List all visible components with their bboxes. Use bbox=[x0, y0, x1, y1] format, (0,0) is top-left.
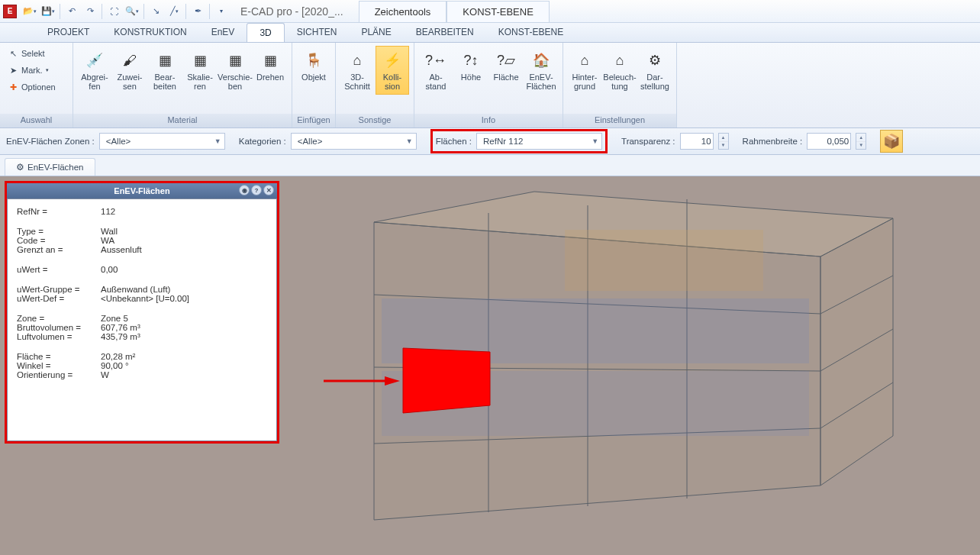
window-title: E-CAD pro - [2020_... bbox=[240, 5, 343, 18]
selekt-button[interactable]: ↖Selekt bbox=[5, 46, 48, 61]
app-icon[interactable]: E bbox=[3, 5, 17, 18]
menu-plaene[interactable]: PLÄNE bbox=[349, 23, 403, 42]
property-row: Luftvolumen =435,79 m³ bbox=[17, 332, 267, 341]
abgreifen-button[interactable]: 💉Abgrei-fen bbox=[78, 46, 111, 95]
chevron-down-icon: ▼ bbox=[856, 142, 866, 150]
titlebar: E 📂▾ 💾▾ ↶ ↷ ⛶ 🔍▾ ↘ ╱▾ ✒ ▾ E-CAD pro - [2… bbox=[0, 0, 980, 23]
ribbon-group-material: 💉Abgrei-fen 🖌Zuwei-sen ▦Bear-beiten ▦Ska… bbox=[73, 43, 292, 127]
fullscreen-button[interactable]: ⛶ bbox=[105, 3, 122, 20]
ribbon-group-einfuegen: 🪑Objekt Einfügen bbox=[292, 43, 336, 127]
objekt-button[interactable]: 🪑Objekt bbox=[297, 46, 330, 86]
zuweisen-button[interactable]: 🖌Zuwei-sen bbox=[113, 46, 147, 95]
kollision-button[interactable]: ⚡Kolli-sion bbox=[376, 46, 409, 95]
beleuchtung-button[interactable]: ⌂Beleuch-tung bbox=[603, 46, 637, 95]
3d-viewport[interactable]: EnEV-Flächen ◉ ? ✕ RefNr =112Type =WallC… bbox=[0, 176, 980, 555]
property-row: Orientierung =W bbox=[17, 370, 267, 379]
property-row: uWert =0,00 bbox=[17, 265, 267, 274]
group-title-sonstige: Sonstige bbox=[336, 114, 414, 127]
mark-button[interactable]: ➤Mark.▾ bbox=[5, 63, 52, 78]
property-key: uWert-Gruppe = bbox=[17, 285, 101, 294]
svg-rect-14 bbox=[565, 230, 763, 291]
open-button[interactable]: 📂▾ bbox=[21, 3, 38, 20]
document-tab-enev[interactable]: ⚙ EnEV-Flächen bbox=[5, 158, 95, 176]
zone-dropdown[interactable]: <Alle>▼ bbox=[99, 133, 225, 150]
save-button[interactable]: 💾▾ bbox=[40, 3, 56, 20]
panel-header[interactable]: EnEV-Flächen ◉ ? ✕ bbox=[7, 183, 277, 198]
property-value: Außenwand (Luft) bbox=[101, 285, 267, 294]
panel-help-icon[interactable]: ? bbox=[251, 185, 262, 195]
context-tab-konst-ebene[interactable]: KONST-EBENE bbox=[446, 1, 549, 22]
panel-close-icon[interactable]: ✕ bbox=[263, 185, 274, 195]
disk-icon: 💾 bbox=[41, 6, 52, 16]
transparenz-spinner[interactable]: ▲▼ bbox=[718, 133, 729, 150]
menu-sichten[interactable]: SICHTEN bbox=[285, 23, 350, 42]
kategorien-label: Kategorien : bbox=[239, 137, 286, 146]
cube-icon: 📦 bbox=[883, 133, 900, 150]
group-title-auswahl: Auswahl bbox=[0, 114, 73, 127]
drehen-button[interactable]: ▦Drehen bbox=[253, 46, 287, 86]
paintbucket-icon: 🖌 bbox=[119, 50, 140, 71]
chevron-up-icon: ▲ bbox=[719, 134, 728, 142]
redo-button[interactable]: ↷ bbox=[82, 3, 98, 20]
menu-konst-ebene[interactable]: KONST-EBENE bbox=[486, 23, 575, 42]
menu-bearbeiten[interactable]: BEARBEITEN bbox=[404, 23, 486, 42]
abstand-button[interactable]: ?↔Ab-stand bbox=[419, 46, 453, 95]
connector-button[interactable]: ↘ bbox=[147, 3, 164, 20]
optionen-button[interactable]: ✚Optionen bbox=[5, 79, 59, 95]
folder-icon: 📂 bbox=[23, 6, 34, 16]
area-icon: ?▱ bbox=[495, 50, 517, 71]
qat-customize[interactable]: ▾ bbox=[213, 3, 230, 20]
property-row: uWert-Def =<Unbekannt> [U=0.00] bbox=[17, 294, 267, 303]
property-key: Winkel = bbox=[17, 361, 101, 370]
group-title-info: Info bbox=[414, 114, 563, 127]
flaechen-highlight: Flächen : RefNr 112▼ bbox=[430, 129, 608, 153]
menu-konstruktion[interactable]: KONSTRUKTION bbox=[102, 23, 198, 42]
menu-enev[interactable]: EnEV bbox=[199, 23, 247, 42]
skalieren-button[interactable]: ▦Skalie-ren bbox=[183, 46, 217, 95]
property-key: Zone = bbox=[17, 314, 101, 323]
property-row: Code =WA bbox=[17, 236, 267, 245]
verschieben-button[interactable]: ▦Verschie-ben bbox=[218, 46, 252, 95]
3d-cube-button[interactable]: 📦 bbox=[880, 130, 903, 153]
enev-icon: 🏠 bbox=[530, 50, 552, 71]
darstellung-button[interactable]: ⚙Dar-stellung bbox=[638, 46, 672, 95]
property-value: Zone 5 bbox=[101, 314, 267, 323]
ribbon-group-auswahl: ↖Selekt ➤Mark.▾ ✚Optionen Auswahl bbox=[0, 43, 73, 127]
tiles-move-icon: ▦ bbox=[224, 50, 246, 71]
pointer-icon: ➤ bbox=[8, 66, 18, 76]
redo-icon: ↷ bbox=[87, 6, 94, 16]
rahmenbreite-input[interactable]: 0,050 bbox=[807, 133, 851, 150]
line-button[interactable]: ╱▾ bbox=[166, 3, 182, 20]
menu-projekt[interactable]: PROJEKT bbox=[35, 23, 102, 42]
flaeche-button[interactable]: ?▱Fläche bbox=[489, 46, 523, 86]
collision-icon: ⚡ bbox=[382, 50, 403, 71]
undo-button[interactable]: ↶ bbox=[63, 3, 80, 20]
chevron-down-icon: ▼ bbox=[214, 137, 221, 145]
pipette-button[interactable]: ✒ bbox=[189, 3, 206, 20]
kategorien-dropdown[interactable]: <Alle>▼ bbox=[291, 133, 417, 150]
property-key: Fläche = bbox=[17, 352, 101, 361]
panel-body: RefNr =112Type =WallCode =WAGrenzt an =A… bbox=[7, 198, 277, 441]
property-value: 435,79 m³ bbox=[101, 332, 267, 341]
chevron-up-icon: ▲ bbox=[856, 134, 866, 142]
rahmenbreite-spinner[interactable]: ▲▼ bbox=[856, 133, 866, 150]
property-key: Grenzt an = bbox=[17, 245, 101, 254]
pipette-icon: 💉 bbox=[84, 50, 105, 71]
property-row: Bruttovolumen =607,76 m³ bbox=[17, 323, 267, 332]
hintergrund-button[interactable]: ⌂Hinter-grund bbox=[568, 46, 601, 95]
menu-3d[interactable]: 3D bbox=[247, 23, 284, 42]
transparenz-input[interactable]: 10 bbox=[680, 133, 714, 150]
hoehe-button[interactable]: ?↕Höhe bbox=[454, 46, 488, 86]
enev-flaechen-button[interactable]: 🏠EnEV-Flächen bbox=[524, 46, 558, 95]
magnifier-icon: 🔍 bbox=[125, 6, 136, 16]
context-tab-zeichentools[interactable]: Zeichentools bbox=[359, 1, 447, 22]
3dschnitt-button[interactable]: ⌂3D-Schnitt bbox=[340, 46, 374, 95]
flaechen-dropdown[interactable]: RefNr 112▼ bbox=[476, 133, 602, 150]
bearbeiten-button[interactable]: ▦Bear-beiten bbox=[148, 46, 182, 95]
property-key: Type = bbox=[17, 227, 101, 236]
zoom-button[interactable]: 🔍▾ bbox=[124, 3, 140, 20]
property-key: RefNr = bbox=[17, 207, 101, 216]
quick-access-toolbar: 📂▾ 💾▾ ↶ ↷ ⛶ 🔍▾ ↘ ╱▾ ✒ ▾ bbox=[21, 3, 230, 20]
panel-pin-icon[interactable]: ◉ bbox=[239, 185, 250, 195]
properties-panel-wrapper: EnEV-Flächen ◉ ? ✕ RefNr =112Type =WallC… bbox=[5, 181, 279, 444]
